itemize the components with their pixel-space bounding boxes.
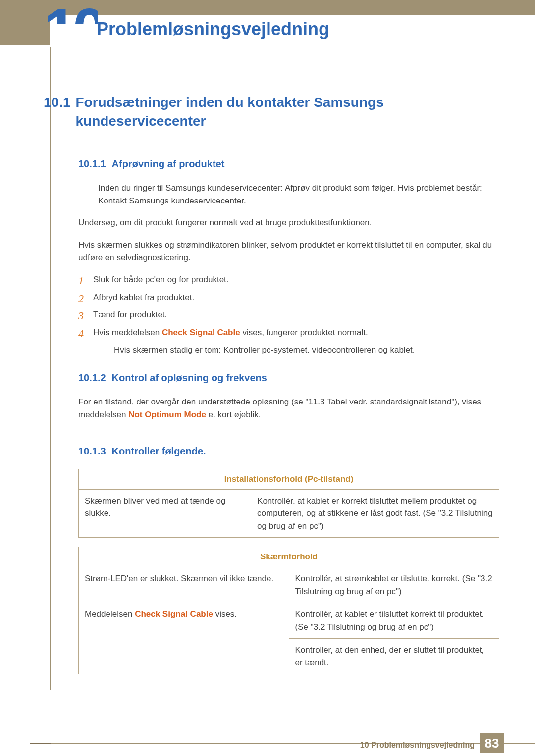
table-row: Skærmen bliver ved med at tænde og slukk… xyxy=(79,489,499,538)
table2-r1c1: Strøm-LED'en er slukket. Skærmen vil ikk… xyxy=(79,567,289,603)
sub2-highlight: Not Optimum Mode xyxy=(128,410,206,419)
step-1: 1Sluk for både pc'en og for produktet. xyxy=(78,273,495,286)
content-area: 10.1 Forudsætninger inden du kontakter S… xyxy=(74,93,495,683)
table2-r1c2: Kontrollér, at strømkablet er tilsluttet… xyxy=(289,567,499,603)
step-1-number: 1 xyxy=(78,272,84,289)
table2-r3c2: Kontroller, at den enhed, der er sluttet… xyxy=(289,639,499,674)
step-4-number: 4 xyxy=(78,325,84,342)
footer-chapter-label: 10 Problemløsningsvejledning xyxy=(360,741,475,750)
table2-r2c1: Meddelelsen Check Signal Cable vises. xyxy=(79,603,289,674)
step-4-text-c: vises, fungerer produktet normalt. xyxy=(240,328,368,337)
step-2-text: Afbryd kablet fra produktet. xyxy=(93,293,194,302)
chapter-number-decoration: 10 xyxy=(44,0,98,24)
subsection-2-heading: 10.1.2Kontrol af opløsning og frekvens xyxy=(78,372,495,384)
step-2: 2Afbryd kablet fra produktet. xyxy=(78,291,495,304)
sub1-p2: Hvis skærmen slukkes og strømindikatoren… xyxy=(78,239,495,265)
table-row: Strøm-LED'en er slukket. Skærmen vil ikk… xyxy=(79,567,499,603)
subsection-1-number: 10.1.1 xyxy=(78,158,106,169)
step-3: 3Tænd for produktet. xyxy=(78,308,495,321)
step-3-text: Tænd for produktet. xyxy=(93,310,167,319)
table-row: Meddelelsen Check Signal Cable vises. Ko… xyxy=(79,603,499,639)
table-installation-header: Installationsforhold (Pc-tilstand) xyxy=(79,469,499,489)
sub1-steps: 1Sluk for både pc'en og for produktet. 2… xyxy=(78,273,495,339)
subsection-1-heading: 10.1.1Afprøvning af produktet xyxy=(78,158,495,170)
header-band: 10 Problemløsningsvejledning xyxy=(0,0,535,58)
step-4-text-a: Hvis meddelelsen xyxy=(93,328,162,337)
page-number: 83 xyxy=(480,733,504,753)
table-installation: Installationsforhold (Pc-tilstand) Skærm… xyxy=(78,469,499,538)
step-1-text: Sluk for både pc'en og for produktet. xyxy=(93,275,229,284)
subsection-2-title: Kontrol af opløsning og frekvens xyxy=(112,372,267,383)
chapter-title: Problemløsningsvejledning xyxy=(97,19,329,40)
table2-r2c2: Kontrollér, at kablet er tilsluttet korr… xyxy=(289,603,499,639)
subsection-1-title: Afprøvning af produktet xyxy=(112,158,225,169)
step-4-highlight: Check Signal Cable xyxy=(162,328,240,337)
sub1-p1: Undersøg, om dit produkt fungerer normal… xyxy=(78,216,495,229)
vertical-rule xyxy=(50,47,51,690)
subsection-3-title: Kontroller følgende. xyxy=(112,446,206,456)
header-bar-left xyxy=(0,15,50,45)
table1-r1c1: Skærmen bliver ved med at tænde og slukk… xyxy=(79,489,251,538)
table1-r1c2: Kontrollér, at kablet er korrekt tilslut… xyxy=(251,489,499,538)
sub2-p-c: et kort øjeblik. xyxy=(206,410,261,419)
footer: 10 Problemløsningsvejledning 83 xyxy=(0,728,535,756)
sub1-note: Hvis skærmen stadig er tom: Kontroller p… xyxy=(114,344,495,356)
section-heading: 10.1 Forudsætninger inden du kontakter S… xyxy=(44,93,495,131)
subsection-2-number: 10.1.2 xyxy=(78,372,106,383)
subsection-3-heading: 10.1.3Kontroller følgende. xyxy=(78,446,495,457)
sub1-intro: Inden du ringer til Samsungs kundeservic… xyxy=(98,182,495,208)
step-4: 4Hvis meddelelsen Check Signal Cable vis… xyxy=(78,326,495,339)
table2-r2c1-c: vises. xyxy=(213,609,237,619)
step-2-number: 2 xyxy=(78,290,84,306)
section-title: Forudsætninger inden du kontakter Samsun… xyxy=(75,93,422,131)
table2-r2c1-highlight: Check Signal Cable xyxy=(135,609,213,619)
section-number: 10.1 xyxy=(44,93,73,112)
sub2-paragraph: For en tilstand, der overgår den underst… xyxy=(78,396,495,422)
table2-r2c1-a: Meddelelsen xyxy=(85,609,135,619)
step-3-number: 3 xyxy=(78,307,84,324)
table-screen: Skærmforhold Strøm-LED'en er slukket. Sk… xyxy=(78,547,499,674)
subsection-3-number: 10.1.3 xyxy=(78,446,106,456)
footer-rule-accent xyxy=(30,743,51,744)
manual-page: 10 Problemløsningsvejledning 10.1 Foruds… xyxy=(0,0,535,756)
table-screen-header: Skærmforhold xyxy=(79,547,499,567)
